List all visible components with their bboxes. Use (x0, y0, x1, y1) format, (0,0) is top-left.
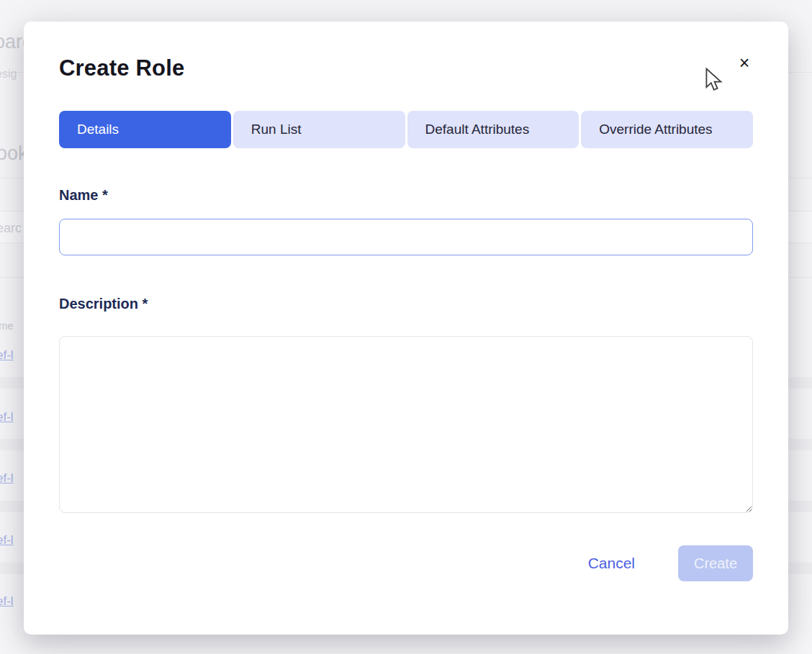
dialog-footer: Cancel Create (59, 545, 753, 581)
name-label: Name * (59, 186, 753, 204)
bg-text-fragment: esig (0, 68, 17, 81)
bg-obscured-link: ef-l (0, 471, 14, 486)
bg-text-fragment: me (0, 319, 14, 332)
tab-bar: Details Run List Default Attributes Over… (59, 111, 753, 148)
bg-obscured-link: ef-l (0, 594, 14, 609)
description-field[interactable] (59, 336, 753, 513)
cancel-button[interactable]: Cancel (588, 555, 635, 572)
name-field[interactable] (59, 219, 753, 255)
screen: oard esig ook earc me ef-l ef-l ef-l ef-… (0, 0, 812, 654)
bg-obscured-link: ef-l (0, 348, 14, 363)
create-button[interactable]: Create (678, 545, 753, 581)
tab-details[interactable]: Details (59, 111, 231, 148)
dialog-title: Create Role (59, 55, 753, 82)
create-role-dialog: Create Role × Details Run List Default A… (24, 22, 788, 635)
bg-text-fragment: earc (0, 221, 22, 236)
description-label: Description * (59, 295, 753, 313)
tab-default-attributes[interactable]: Default Attributes (407, 111, 579, 148)
tab-run-list[interactable]: Run List (233, 111, 405, 148)
bg-obscured-link: ef-l (0, 410, 14, 424)
bg-obscured-link: ef-l (0, 533, 14, 548)
close-icon[interactable]: × (732, 50, 757, 75)
tab-override-attributes[interactable]: Override Attributes (581, 111, 753, 148)
